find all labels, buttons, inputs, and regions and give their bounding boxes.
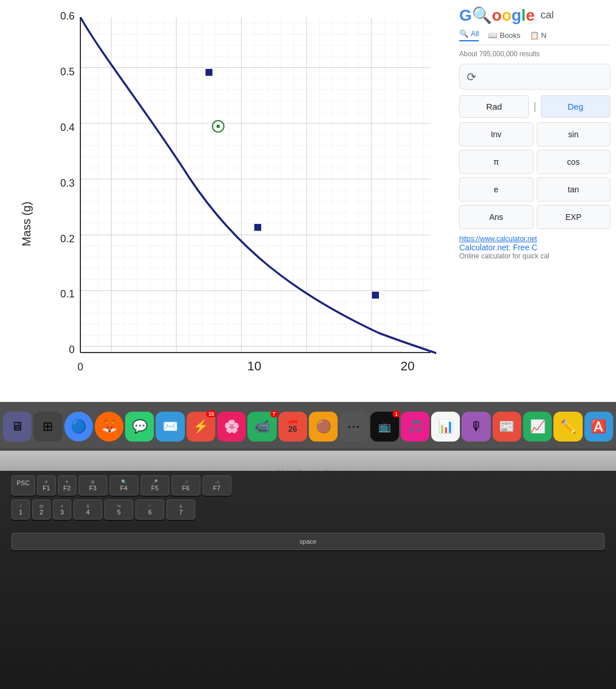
dock-podcasts[interactable]: 🎙 <box>462 412 490 442</box>
f3-key[interactable]: ⊞ F3 <box>79 475 107 496</box>
bottom-row: space <box>0 521 616 552</box>
svg-text:0.5: 0.5 <box>60 66 75 78</box>
mode-row: Rad | Deg <box>459 95 610 118</box>
key-1[interactable]: ! 1 <box>11 500 30 520</box>
f5-mic-icon: 🎤 <box>146 479 164 485</box>
calc-site-url[interactable]: https://www.calculator.net <box>459 235 610 243</box>
spacebar[interactable]: space <box>11 533 605 550</box>
key-2[interactable]: @ 2 <box>32 500 51 520</box>
calc-site-name[interactable]: Calculator.net: Free C <box>459 243 610 252</box>
dock-reminder[interactable]: ⚡15 <box>187 412 215 442</box>
dock-notes[interactable]: ✏️ <box>553 412 582 442</box>
f6-moon-icon: ☽ <box>177 479 195 485</box>
calendar-day: 26 <box>288 424 297 433</box>
history-icon[interactable]: ⟳ <box>467 70 476 84</box>
dock-calendar[interactable]: JAN 26 <box>278 412 307 442</box>
calc-site-desc: Online calculator for quick cal <box>459 252 610 260</box>
google-header: G🔍oogle cal <box>459 6 610 25</box>
dock-chrome[interactable]: 🔵 <box>64 412 93 442</box>
dock-dots[interactable]: ⋯ <box>339 412 368 442</box>
f4-search-icon: 🔍 <box>115 479 133 485</box>
dock: 🖥 ⊞ 🔵 🦊 💬 ✉️ ⚡15 🌸 📹7 JAN 26 🟤 ⋯ 📺 1 🎵 📊… <box>0 402 616 451</box>
n-icon: 📋 <box>530 31 539 40</box>
f6-key[interactable]: ☽ F6 <box>172 475 200 496</box>
e-button[interactable]: e <box>459 177 533 202</box>
graph-area: Mass (g) <box>0 0 454 448</box>
deg-button[interactable]: Deg <box>541 95 610 118</box>
search-tabs: 🔍 All 📖 Books 📋 N <box>459 29 610 45</box>
dock-firefox[interactable]: 🦊 <box>95 412 123 442</box>
dock-facetime[interactable]: 📹7 <box>247 412 276 442</box>
svg-text:0.6: 0.6 <box>60 11 75 22</box>
svg-text:0.1: 0.1 <box>60 288 75 300</box>
svg-rect-16 <box>254 224 261 231</box>
dock-messages[interactable]: 💬 <box>125 412 154 442</box>
svg-text:0: 0 <box>69 344 75 355</box>
dock-music[interactable]: 🎵 <box>401 412 429 442</box>
chart-svg: 0.6 0.5 0.4 0.3 0.2 0.1 0 0 10 20 <box>46 11 436 402</box>
svg-rect-17 <box>372 292 379 299</box>
exp-button[interactable]: EXP <box>537 205 611 229</box>
tab-books[interactable]: 📖 Books <box>488 29 520 41</box>
dock-amber[interactable]: 🟤 <box>309 412 338 442</box>
dock-appstore[interactable]: 🅰️ <box>584 412 613 442</box>
tab-n[interactable]: 📋 N <box>530 29 547 41</box>
screen: Mass (g) <box>0 0 616 448</box>
psc-key[interactable]: PSC <box>11 475 35 496</box>
f4-key[interactable]: 🔍 F4 <box>110 475 138 496</box>
key-3[interactable]: # 3 <box>53 500 71 520</box>
calendar-month: JAN <box>288 419 297 424</box>
cal-text: cal <box>540 9 553 21</box>
f7-back-icon: ◁ <box>208 479 226 485</box>
dock-photos[interactable]: 🌸 <box>217 412 246 442</box>
f2-key[interactable]: ☀ F2 <box>58 475 76 496</box>
sin-button[interactable]: sin <box>537 122 611 146</box>
svg-text:0: 0 <box>78 361 83 373</box>
tan-button[interactable]: tan <box>537 177 611 202</box>
pi-button[interactable]: π <box>459 150 533 174</box>
dock-mail[interactable]: ✉️ <box>156 412 184 442</box>
reminder-badge: 15 <box>206 411 216 417</box>
f2-brightness-icon: ☀ <box>63 479 71 485</box>
keyboard-area: PSC ☀ F1 ☀ F2 ⊞ F3 🔍 F4 🎤 F5 ☽ F6 ◁ F7 <box>0 471 616 689</box>
rad-button[interactable]: Rad <box>459 95 529 118</box>
google-logo: G🔍oogle <box>459 6 534 25</box>
appletv-badge: 1 <box>393 411 400 417</box>
f3-grid-icon: ⊞ <box>84 479 102 485</box>
f7-key[interactable]: ◁ F7 <box>203 475 231 496</box>
svg-text:0.2: 0.2 <box>60 233 75 245</box>
dock-finder[interactable]: 🖥 <box>3 412 32 442</box>
calc-buttons: Inv sin π cos e tan Ans EXP <box>459 122 610 229</box>
facetime-badge: 7 <box>270 411 278 417</box>
function-row: PSC ☀ F1 ☀ F2 ⊞ F3 🔍 F4 🎤 F5 ☽ F6 ◁ F7 <box>0 471 616 498</box>
dock-launchpad[interactable]: ⊞ <box>33 412 62 442</box>
key-6[interactable]: ^ 6 <box>135 500 164 520</box>
svg-rect-2 <box>80 17 431 353</box>
svg-text:20: 20 <box>401 359 414 373</box>
dock-appletv[interactable]: 📺 1 <box>370 412 399 442</box>
svg-text:10: 10 <box>247 359 261 373</box>
number-row: ! 1 @ 2 # 3 $ 4 % 5 ^ 6 & 7 <box>0 498 616 521</box>
books-icon: 📖 <box>488 31 497 40</box>
svg-text:0.3: 0.3 <box>60 177 75 189</box>
key-4[interactable]: $ 4 <box>73 500 102 520</box>
inv-button[interactable]: Inv <box>459 122 533 146</box>
tab-all[interactable]: 🔍 All <box>459 29 479 41</box>
psc-label: PSC <box>17 479 30 486</box>
dock-news[interactable]: 📰 <box>493 412 521 442</box>
f1-key[interactable]: ☀ F1 <box>37 475 56 496</box>
search-icon: 🔍 <box>459 29 468 38</box>
key-7[interactable]: & 7 <box>166 500 195 520</box>
dock-stocks[interactable]: 📈 <box>523 412 552 442</box>
f1-brightness-icon: ☀ <box>42 479 51 485</box>
appletv-icon: 📺 <box>378 420 391 433</box>
f5-key[interactable]: 🎤 F5 <box>141 475 169 496</box>
ans-button[interactable]: Ans <box>459 205 533 229</box>
results-count: About 795,000,000 results <box>459 50 610 58</box>
calc-display: ⟳ <box>459 64 610 90</box>
svg-point-19 <box>216 125 220 128</box>
y-axis-label: Mass (g) <box>20 202 33 246</box>
key-5[interactable]: % 5 <box>104 500 133 520</box>
dock-keynote[interactable]: 📊 <box>431 412 460 442</box>
cos-button[interactable]: cos <box>537 150 611 174</box>
